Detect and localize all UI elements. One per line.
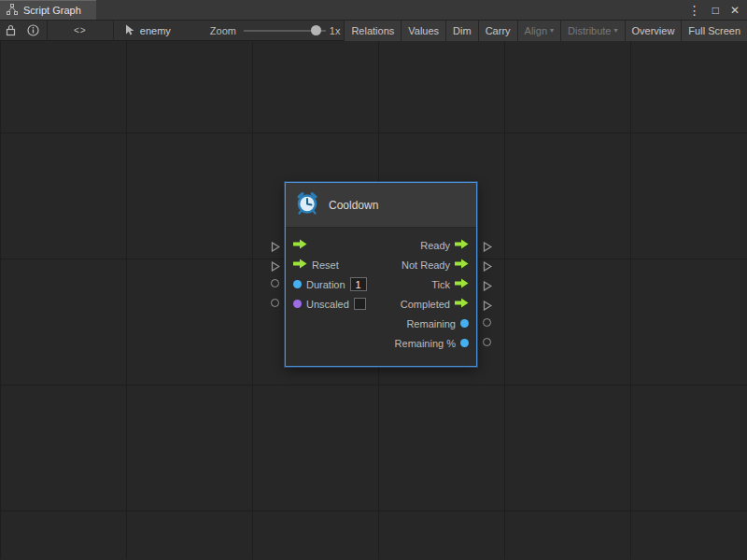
chevron-down-icon: ▾ bbox=[550, 26, 554, 35]
ext-port-remaining-output[interactable] bbox=[483, 318, 491, 327]
port-label: Reset bbox=[312, 259, 339, 271]
graph-target[interactable]: enemy bbox=[116, 24, 180, 37]
port-label: Unscaled bbox=[306, 299, 349, 310]
ext-port-unscaled-input[interactable] bbox=[271, 299, 279, 307]
duration-field[interactable] bbox=[350, 277, 367, 291]
ext-port-remaining-pct-output[interactable] bbox=[483, 338, 491, 346]
graph-toolbar: <> enemy Zoom 1x Relations Values Dim Ca… bbox=[0, 21, 747, 41]
port-label: Remaining % bbox=[395, 338, 456, 349]
toolbar-buttons: Relations Values Dim Carry Align ▾ Distr… bbox=[344, 21, 747, 41]
port-label: Ready bbox=[420, 240, 450, 251]
port-row: Unscaled Completed bbox=[286, 294, 476, 314]
window-menu-icon[interactable]: ⋮ bbox=[688, 4, 701, 17]
port-label: Not Ready bbox=[402, 259, 450, 271]
port-label: Remaining bbox=[406, 318, 456, 329]
carry-button[interactable]: Carry bbox=[478, 21, 517, 41]
value-output-port-icon[interactable] bbox=[460, 319, 469, 328]
window-titlebar: Script Graph ⋮ □ ✕ bbox=[0, 0, 747, 21]
ext-port-duration-input[interactable] bbox=[271, 279, 279, 287]
flow-output-port-icon[interactable] bbox=[455, 259, 469, 271]
port-label: Tick bbox=[431, 279, 450, 290]
close-icon[interactable]: ✕ bbox=[730, 5, 740, 16]
value-output-port-icon[interactable] bbox=[460, 339, 469, 347]
code-preview-icon[interactable]: <> bbox=[49, 21, 111, 41]
flow-input-port-icon[interactable] bbox=[293, 239, 307, 251]
flow-input-port-icon[interactable] bbox=[293, 259, 307, 271]
values-button[interactable]: Values bbox=[401, 21, 445, 41]
ext-port-not-ready-output[interactable] bbox=[483, 259, 492, 275]
distribute-button: Distribute ▾ bbox=[560, 21, 624, 41]
dim-button[interactable]: Dim bbox=[445, 21, 478, 41]
tab-label: Script Graph bbox=[23, 5, 81, 16]
zoom-slider-handle[interactable] bbox=[311, 25, 321, 35]
window-controls: ⋮ □ ✕ bbox=[688, 0, 747, 20]
chevron-down-icon: ▾ bbox=[614, 26, 618, 35]
unscaled-checkbox[interactable] bbox=[354, 298, 366, 310]
node-title: Cooldown bbox=[329, 199, 378, 212]
port-row: Remaining % bbox=[286, 333, 476, 353]
ext-port-reset-input[interactable] bbox=[271, 259, 280, 275]
cooldown-node-area: Cooldown Ready bbox=[271, 182, 491, 369]
target-label: enemy bbox=[140, 25, 171, 36]
alarm-clock-icon bbox=[295, 191, 319, 219]
port-row: Reset Not Ready bbox=[286, 255, 476, 274]
port-label: Duration bbox=[306, 279, 345, 290]
port-label: Completed bbox=[401, 299, 450, 310]
toolbar-separator bbox=[47, 21, 48, 41]
info-icon[interactable] bbox=[22, 21, 45, 41]
flow-output-port-icon[interactable] bbox=[455, 239, 469, 251]
align-button: Align ▾ bbox=[517, 21, 560, 41]
value-input-port-icon[interactable] bbox=[293, 280, 302, 288]
ext-port-flow-input[interactable] bbox=[271, 239, 280, 256]
zoom-slider[interactable] bbox=[244, 21, 326, 41]
cooldown-node[interactable]: Cooldown Ready bbox=[285, 182, 477, 367]
zoom-label: Zoom bbox=[210, 25, 236, 36]
cooldown-node-body: Ready Reset Not Ready bbox=[286, 228, 476, 366]
value-input-port-icon[interactable] bbox=[293, 300, 302, 308]
port-row: Duration Tick bbox=[286, 274, 476, 294]
overview-button[interactable]: Overview bbox=[625, 21, 682, 41]
lock-icon[interactable] bbox=[0, 21, 22, 41]
flow-output-port-icon[interactable] bbox=[455, 278, 469, 290]
ext-port-completed-output[interactable] bbox=[483, 298, 492, 315]
cursor-icon bbox=[125, 24, 135, 37]
zoom-value: 1x bbox=[330, 25, 341, 36]
tab-script-graph[interactable]: Script Graph bbox=[0, 0, 96, 20]
ext-port-tick-output[interactable] bbox=[483, 278, 492, 295]
relations-button[interactable]: Relations bbox=[344, 21, 401, 41]
port-row: Remaining bbox=[286, 314, 476, 333]
maximize-icon[interactable]: □ bbox=[712, 5, 719, 16]
script-graph-icon bbox=[7, 4, 18, 17]
port-row: Ready bbox=[286, 235, 476, 255]
ext-port-ready-output[interactable] bbox=[483, 239, 492, 256]
full-screen-button[interactable]: Full Screen bbox=[681, 21, 747, 41]
flow-output-port-icon[interactable] bbox=[455, 298, 469, 310]
graph-canvas[interactable]: Cooldown Ready bbox=[0, 41, 747, 559]
toolbar-separator bbox=[113, 21, 114, 41]
cooldown-node-header[interactable]: Cooldown bbox=[286, 183, 476, 228]
